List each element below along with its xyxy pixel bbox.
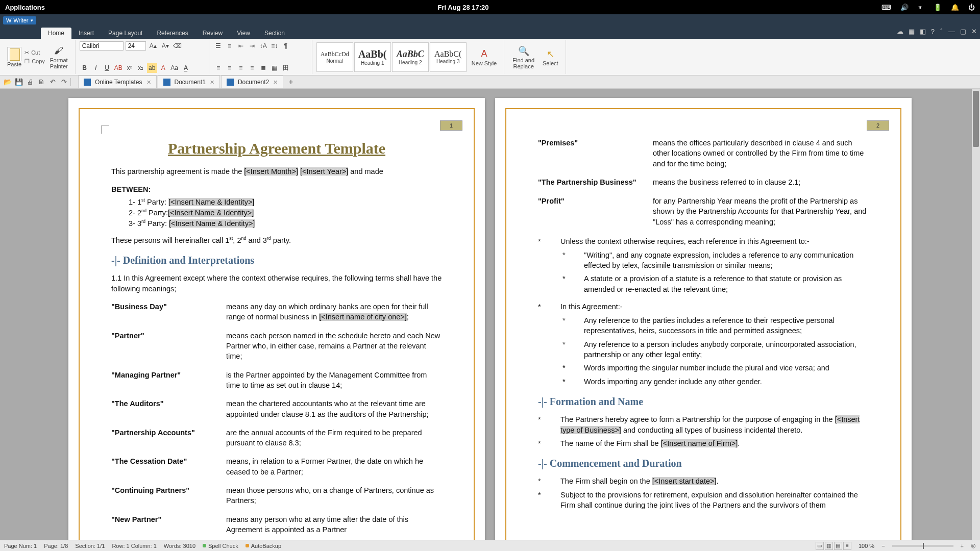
superscript-button[interactable]: x²: [125, 63, 135, 73]
power-icon[interactable]: ⏻: [968, 4, 975, 11]
increase-font-icon[interactable]: A▴: [148, 41, 158, 51]
status-page[interactable]: Page: 1/8: [44, 543, 68, 549]
tab-review[interactable]: Review: [195, 28, 230, 39]
increase-indent-button[interactable]: ⇥: [247, 41, 257, 51]
align-right-button[interactable]: ≡: [236, 63, 246, 73]
line-spacing-button[interactable]: ≡↕: [270, 41, 280, 51]
bullet-list-button[interactable]: ☰: [213, 41, 224, 51]
character-border-button[interactable]: A̲: [181, 63, 191, 73]
redo-button[interactable]: ↷: [59, 78, 68, 87]
chevron-down-icon: ▾: [31, 18, 33, 23]
align-center-button[interactable]: ≡: [225, 63, 235, 73]
fit-page-button[interactable]: ◎: [971, 542, 976, 549]
tab-home[interactable]: Home: [41, 28, 71, 39]
numbered-list-button[interactable]: ≡: [225, 41, 235, 51]
close-icon[interactable]: ✕: [210, 79, 214, 86]
select-button[interactable]: ↖ Select: [538, 47, 562, 67]
status-words[interactable]: Words: 3010: [164, 543, 195, 549]
font-name-input[interactable]: [80, 41, 124, 51]
view-single-page-icon[interactable]: ▭: [816, 542, 824, 550]
cloud-icon[interactable]: ☁: [897, 28, 903, 35]
print-preview-button[interactable]: 🗎: [37, 78, 46, 87]
ribbon-collapse-icon[interactable]: ˄: [940, 28, 943, 35]
zoom-in-button[interactable]: +: [961, 543, 964, 549]
volume-icon[interactable]: 🔊: [900, 4, 909, 11]
clause-1-1: 1.1 In this Agreement except where the c…: [111, 273, 442, 294]
maximize-window-icon[interactable]: ▢: [960, 28, 966, 35]
wifi-icon[interactable]: ᯤ: [918, 4, 924, 11]
font-color-button[interactable]: A: [158, 63, 168, 73]
shading-button[interactable]: ▦: [270, 63, 280, 73]
status-pagenum[interactable]: Page Num: 1: [4, 543, 37, 549]
view-web-icon[interactable]: ▤: [834, 542, 842, 550]
battery-icon[interactable]: 🔋: [934, 4, 942, 11]
show-marks-button[interactable]: ¶: [281, 41, 291, 51]
style-heading3[interactable]: AaBbC(Heading 3: [430, 42, 467, 72]
distributed-button[interactable]: ≣: [258, 63, 268, 73]
view-outline-icon[interactable]: ≡: [843, 542, 851, 550]
copy-button[interactable]: ❐Copy: [23, 58, 46, 65]
between-label: BETWEEN:: [111, 184, 442, 195]
new-style-button[interactable]: A New Style: [468, 47, 501, 67]
minimize-window-icon[interactable]: —: [948, 28, 955, 35]
change-case-button[interactable]: Aa: [169, 63, 180, 73]
vertical-scrollbar[interactable]: [972, 89, 980, 540]
status-spellcheck[interactable]: Spell Check: [203, 543, 238, 549]
new-tab-button[interactable]: +: [284, 76, 297, 88]
tab-section[interactable]: Section: [257, 28, 292, 39]
cut-button[interactable]: ✂Cut: [23, 49, 46, 57]
page-2[interactable]: 2 "Premises"means the offices particular…: [495, 98, 912, 540]
doc-tab-online-templates[interactable]: Online Templates ✕: [78, 76, 157, 88]
applications-menu[interactable]: Applications: [5, 4, 45, 11]
font-size-input[interactable]: [126, 41, 146, 51]
app-menu-button[interactable]: W Writer ▾: [3, 16, 36, 24]
style-heading1[interactable]: AaBb(Heading 1: [354, 42, 391, 72]
close-icon[interactable]: ✕: [273, 79, 278, 86]
close-icon[interactable]: ✕: [146, 79, 151, 86]
help-icon[interactable]: ?: [931, 28, 935, 35]
format-painter-button[interactable]: 🖌 Format Painter: [46, 44, 72, 70]
def-managing-partner: "Managing Partner"is the Partner appoint…: [111, 370, 442, 391]
text-direction-button[interactable]: ↕A: [258, 41, 268, 51]
style-heading2[interactable]: AaBbCHeading 2: [392, 42, 429, 72]
tab-page-layout[interactable]: Page Layout: [101, 28, 150, 39]
align-justify-button[interactable]: ≡: [247, 63, 257, 73]
highlight-button[interactable]: ab: [147, 63, 157, 73]
subscript-button[interactable]: x₂: [136, 63, 146, 73]
skin-icon[interactable]: ◧: [920, 28, 926, 35]
font-effects-button[interactable]: AB: [113, 63, 124, 73]
style-normal[interactable]: AaBbCcDdNormal: [316, 42, 353, 72]
align-left-button[interactable]: ≡: [213, 63, 224, 73]
open-button[interactable]: 📂: [3, 78, 12, 87]
bold-button[interactable]: B: [80, 63, 90, 73]
borders-button[interactable]: 田: [281, 63, 291, 73]
zoom-slider[interactable]: [892, 545, 953, 547]
status-autobackup[interactable]: AutoBackup: [246, 543, 281, 549]
clear-formatting-icon[interactable]: ⌫: [173, 41, 183, 51]
save-button[interactable]: 💾: [14, 78, 23, 87]
paste-button[interactable]: Paste: [5, 46, 23, 68]
zoom-out-button[interactable]: −: [881, 543, 885, 549]
status-row-col[interactable]: Row: 1 Column: 1: [112, 543, 156, 549]
close-window-icon[interactable]: ✕: [971, 28, 977, 35]
keyboard-layout-indicator[interactable]: ⌨: [881, 4, 891, 11]
tab-references[interactable]: References: [150, 28, 195, 39]
print-button[interactable]: 🖨: [26, 78, 35, 87]
tab-insert[interactable]: Insert: [71, 28, 101, 39]
doc-tab-document1[interactable]: Document1 ✕: [158, 76, 220, 88]
view-multi-page-icon[interactable]: ▥: [825, 542, 833, 550]
decrease-font-icon[interactable]: A▾: [160, 41, 170, 51]
doc-tab-document2[interactable]: Document2 ✕: [221, 76, 283, 88]
underline-button[interactable]: U: [102, 63, 112, 73]
page-1[interactable]: 1 Partnership Agreement Template This pa…: [68, 98, 485, 540]
undo-button[interactable]: ↶: [48, 78, 57, 87]
status-section[interactable]: Section: 1/1: [75, 543, 105, 549]
zoom-label[interactable]: 100 %: [859, 543, 874, 549]
grid-icon[interactable]: ▦: [909, 28, 915, 35]
find-replace-button[interactable]: 🔍 Find and Replace: [508, 44, 538, 70]
decrease-indent-button[interactable]: ⇤: [236, 41, 246, 51]
italic-button[interactable]: I: [91, 63, 101, 73]
notification-icon[interactable]: 🔔: [951, 4, 959, 11]
def-cessation-date: "The Cessation Date"means, in relation t…: [111, 456, 442, 477]
tab-view[interactable]: View: [230, 28, 257, 39]
